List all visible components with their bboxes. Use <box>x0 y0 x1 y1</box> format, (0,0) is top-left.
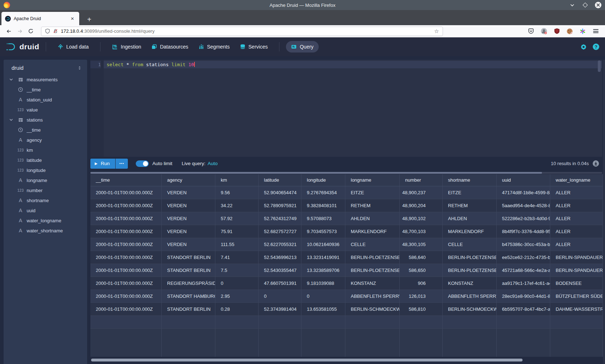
editor-code[interactable]: select * from stations limit 10 <box>104 60 602 157</box>
table-cell[interactable]: 52.6827572727 <box>259 225 301 238</box>
table-cell[interactable]: BERLIN-SPANDAUER-S <box>550 251 603 264</box>
table-cell[interactable]: 9.2767694354 <box>301 186 345 199</box>
pocket-icon[interactable] <box>527 28 534 35</box>
table-cell[interactable]: ALLER <box>550 186 603 199</box>
settings-gear-icon[interactable] <box>580 44 587 50</box>
druid-brand[interactable]: druid <box>6 42 39 51</box>
table-cell[interactable]: BERLIN-SCHMOECKWITZ <box>345 303 400 315</box>
table-cell[interactable]: ALLER <box>550 238 603 251</box>
table-cell[interactable]: 75.91 <box>215 225 259 238</box>
column-header[interactable]: agency <box>162 174 215 186</box>
forward-button[interactable] <box>14 27 25 36</box>
results-top-scrollbar[interactable] <box>90 172 602 174</box>
table-cell[interactable]: 126,013 <box>400 290 443 302</box>
table-cell[interactable]: 9.181039088 <box>301 277 345 290</box>
table-cell[interactable]: 52.3743981404 <box>259 303 301 315</box>
tab-apache-druid[interactable]: Apache Druid ✕ <box>1 12 79 25</box>
sidebar-column-km[interactable]: 123 km <box>4 145 87 155</box>
table-cell[interactable]: 586,640 <box>400 251 443 264</box>
table-cell[interactable]: 906 <box>400 277 443 290</box>
table-cell[interactable]: 0.28 <box>215 303 259 315</box>
column-header[interactable]: __time <box>90 174 162 186</box>
download-icon[interactable] <box>592 160 599 167</box>
column-header[interactable]: water_longname <box>550 174 603 186</box>
sql-editor[interactable]: 1 select * from stations limit 10 <box>90 60 602 157</box>
table-cell[interactable]: 57.92 <box>215 212 259 225</box>
bookmark-star-icon[interactable]: ☆ <box>434 28 439 35</box>
table-cell[interactable]: 52.5436996213 <box>259 251 301 264</box>
table-cell[interactable]: MARKLENDORF <box>345 225 400 238</box>
table-cell[interactable]: 52.6227055321 <box>259 238 301 251</box>
table-cell[interactable]: AHLDEN <box>443 212 497 225</box>
menu-hamburger-icon[interactable] <box>592 28 599 35</box>
table-cell[interactable]: 2000-01-01T00:00:00.000Z <box>90 238 162 251</box>
table-cell[interactable]: 522286e2-b2b3-4d0d-9a <box>497 212 550 225</box>
chevron-down-icon[interactable] <box>8 118 14 122</box>
account-icon[interactable] <box>540 28 547 35</box>
live-query-value-link[interactable]: Auto <box>208 161 218 166</box>
tab-close-icon[interactable]: ✕ <box>69 15 76 22</box>
table-cell[interactable]: 48,700,103 <box>400 225 443 238</box>
table-cell[interactable]: CELLE <box>443 238 497 251</box>
table-cell[interactable]: b475386c-30cc-453a-b3 <box>497 238 550 251</box>
sidebar-column-time[interactable]: __time <box>4 125 87 135</box>
sidebar-column-shortname[interactable]: A shortname <box>4 195 87 205</box>
table-cell[interactable]: VERDEN <box>162 212 215 225</box>
table-cell[interactable]: BERLIN-SPANDAUER-S <box>550 264 603 277</box>
nav-query[interactable]: Query <box>286 41 318 53</box>
schema-selector[interactable]: druid <box>4 60 87 74</box>
column-header[interactable]: uuid <box>497 174 550 186</box>
table-cell[interactable]: 52.7624312749 <box>259 212 301 225</box>
reload-button[interactable] <box>25 27 36 36</box>
window-close-button[interactable] <box>595 2 601 8</box>
table-cell[interactable]: ALLER <box>550 212 603 225</box>
table-cell[interactable]: VERDEN <box>162 199 215 212</box>
table-cell[interactable]: VERDEN <box>162 225 215 238</box>
window-minimize-button[interactable] <box>569 2 575 8</box>
table-cell[interactable]: 28ec91e8-90c0-44d1-8fc <box>497 290 550 302</box>
sidebar-column-longname[interactable]: A longname <box>4 175 87 185</box>
nav-ingestion[interactable]: Ingestion <box>107 41 146 53</box>
table-cell[interactable]: 52.7890975921 <box>259 199 301 212</box>
table-cell[interactable]: 47174d8f-1b8e-4599-8a <box>497 186 550 199</box>
nav-datasources[interactable]: Datasources <box>146 41 193 53</box>
table-cell[interactable]: DAHME-WASSERSTRAS <box>550 303 603 315</box>
nav-load-data[interactable]: Load data <box>53 41 94 53</box>
table-cell[interactable]: STANDORT HAMBURG <box>162 290 215 302</box>
table-cell[interactable]: 2000-01-01T00:00:00.000Z <box>90 303 162 315</box>
table-cell[interactable]: 48,900,204 <box>400 199 443 212</box>
table-cell[interactable]: CELLE <box>345 238 400 251</box>
table-cell[interactable]: 7.41 <box>215 251 259 264</box>
sidebar-table-stations[interactable]: stations <box>4 115 87 125</box>
sidebar-table-measurements[interactable]: measurements <box>4 74 87 85</box>
table-cell[interactable]: BODENSEE <box>550 277 603 290</box>
table-cell[interactable]: 2000-01-01T00:00:00.000Z <box>90 186 162 199</box>
table-cell[interactable]: ABBENFLETH SPERRWEI <box>443 290 497 302</box>
scrollbar-thumb[interactable] <box>91 359 523 361</box>
column-header[interactable]: km <box>215 174 259 186</box>
table-cell[interactable]: VERDEN <box>162 238 215 251</box>
table-cell[interactable]: BERLIN-PLOETZENSEE U <box>345 264 400 277</box>
sidebar-column-latitude[interactable]: 123 latitude <box>4 155 87 165</box>
table-cell[interactable]: 9.57088073 <box>301 212 345 225</box>
back-button[interactable] <box>4 27 14 36</box>
table-cell[interactable]: 0 <box>259 290 301 302</box>
table-cell[interactable]: BERLIN-PLOETZENSEE C <box>443 251 497 264</box>
table-cell[interactable]: STANDORT BERLIN <box>162 264 215 277</box>
table-cell[interactable]: 48,900,237 <box>400 186 443 199</box>
sidebar-column-value[interactable]: 123 value <box>4 105 87 115</box>
table-cell[interactable]: BERLIN-SCHMOECKWITZ <box>443 303 497 315</box>
table-cell[interactable]: KONSTANZ <box>443 277 497 290</box>
scrollbar-thumb[interactable] <box>90 172 542 174</box>
table-cell[interactable]: BERLIN-PLOETZENSEE C <box>345 251 400 264</box>
table-cell[interactable]: 2000-01-01T00:00:00.000Z <box>90 225 162 238</box>
table-cell[interactable]: 586,650 <box>400 264 443 277</box>
table-cell[interactable]: 9.3828408101 <box>301 199 345 212</box>
table-cell[interactable]: 48,300,105 <box>400 238 443 251</box>
table-cell[interactable]: 2000-01-01T00:00:00.000Z <box>90 277 162 290</box>
table-cell[interactable]: 2000-01-01T00:00:00.000Z <box>90 199 162 212</box>
sidebar-column-uuid[interactable]: A uuid <box>4 205 87 215</box>
table-cell[interactable]: BERLIN-PLOETZENSEE U <box>443 264 497 277</box>
results-bottom-scrollbar[interactable] <box>90 359 602 361</box>
extension-asterisk-icon[interactable] <box>579 28 586 35</box>
